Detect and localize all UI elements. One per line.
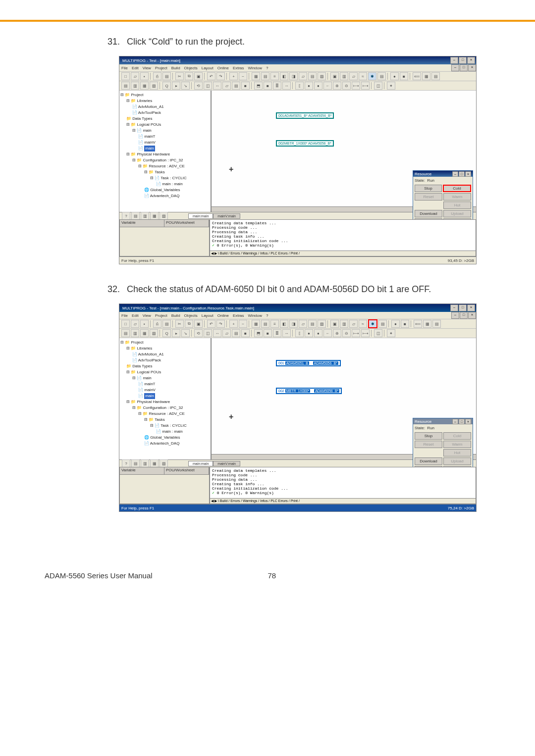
tb-open-icon[interactable]: ▱	[131, 72, 139, 80]
menu-file[interactable]: File	[121, 313, 128, 318]
console-tabs[interactable]: ◀ ▶ \ Build / Errors / Warnings / Infos …	[210, 251, 476, 256]
menu-window[interactable]: Window	[248, 66, 262, 70]
footer-left: ADAM-5560 Series User Manual	[45, 571, 153, 580]
window-title-2: MULTIPROG - Test - [main:main - Configur…	[120, 306, 450, 310]
minimize-button[interactable]: –	[450, 304, 458, 311]
step-32-number: 32.	[99, 284, 127, 295]
footer-page: 78	[268, 571, 276, 580]
toolbar-1-row1: □ ▱ ▪ ⎙ ▤ ✂ ⧉ ▣ ↶ ↷ + − ▦ ▤ ≡ ◧ ◨ ▱ ▤ ▧	[119, 72, 476, 81]
status-bar-1: For Help, press F1 93,45 D: >2GB	[119, 256, 476, 264]
doc-close[interactable]: ×	[468, 64, 476, 71]
tab-mainv[interactable]: mainV:main	[213, 213, 240, 219]
window-title-bar-2: MULTIPROG - Test - [main:main - Configur…	[119, 304, 476, 312]
doc-maximize[interactable]: □	[460, 64, 468, 71]
screenshot-1: MULTIPROG - Test - [main:main] – □ × Fil…	[119, 56, 477, 264]
variable-panel-2: Variable POU/Worksheet	[119, 467, 210, 504]
reset-button[interactable]: Reset	[415, 193, 442, 201]
close-button[interactable]: ×	[467, 57, 475, 64]
menu-edit[interactable]: Edit	[132, 66, 139, 70]
plus-cursor-icon: +	[229, 412, 233, 421]
plus-cursor-icon: +	[229, 165, 233, 174]
tree-selected-main[interactable]: main	[144, 146, 155, 151]
maximize-button[interactable]: □	[459, 304, 467, 311]
menu-bar-2: File Edit View Project Build Objects Lay…	[119, 312, 476, 319]
maximize-button[interactable]: □	[459, 57, 467, 64]
step-31-number: 31.	[99, 37, 127, 47]
tb-paste-icon[interactable]: ▣	[194, 72, 203, 80]
status-bar-2: For Help, press F1 75,24 D: >2GB	[119, 504, 476, 511]
tb-undo-icon[interactable]: ↶	[207, 72, 215, 80]
cold-button[interactable]: Cold	[443, 185, 471, 192]
toolbar-2-row2: ▤▥▦▧ Q▸↘ ⟲◫↔ ▱▤■ ⬒■≣↔ ⟦●●← ⊕⊖⟼⟼ ◫ ✦	[119, 329, 476, 338]
menu-help[interactable]: ?	[266, 313, 268, 318]
tb-redo-icon[interactable]: ↷	[216, 72, 225, 80]
menu-view[interactable]: View	[143, 66, 151, 70]
menu-bar-1: File Edit View Project Build Objects Lay…	[119, 64, 476, 72]
menu-objects[interactable]: Objects	[184, 66, 198, 70]
menu-window[interactable]: Window	[248, 313, 262, 318]
toolbar-2-row1: □▱▪ ⎙▤ ✂⧉▣ ↶↷ +− ▦▤≡ ◧◨▱ ▤▧ ▣▥▱≈ ✱ ▤ ●■ …	[119, 319, 476, 329]
menu-extras[interactable]: Extras	[233, 66, 244, 70]
menu-build[interactable]: Build	[171, 66, 180, 70]
warm-button[interactable]: Warm	[443, 193, 471, 201]
tb-print-icon[interactable]: ⎙	[153, 72, 161, 80]
build-output-1: Creating data templates ... Processing c…	[210, 219, 476, 256]
hot-button[interactable]: Hot	[443, 202, 471, 209]
menu-help[interactable]: ?	[266, 66, 268, 70]
tb-copy-icon[interactable]: ⧉	[185, 72, 193, 80]
window-title-bar-1: MULTIPROG - Test - [main:main] – □ ×	[119, 56, 476, 64]
menu-objects[interactable]: Objects	[184, 313, 198, 318]
tb-zoom-in-icon[interactable]: +	[229, 72, 238, 80]
step-32-text: Check the status of ADAM-6050 DI bit 0 a…	[127, 284, 431, 295]
tb-save-icon[interactable]: ▪	[140, 72, 149, 80]
menu-project[interactable]: Project	[155, 313, 167, 318]
menu-view[interactable]: View	[143, 313, 151, 318]
screenshot-2: MULTIPROG - Test - [main:main - Configur…	[119, 303, 477, 512]
minimize-button[interactable]: –	[450, 57, 458, 64]
menu-project[interactable]: Project	[155, 66, 167, 70]
menu-build[interactable]: Build	[171, 313, 180, 318]
tb-new-icon[interactable]: □	[121, 72, 130, 80]
tb-gear-icon[interactable]: ✱	[368, 72, 376, 80]
step-31-text: Click “Cold” to run the project.	[127, 37, 245, 47]
menu-online[interactable]: Online	[217, 66, 229, 70]
menu-file[interactable]: File	[121, 66, 128, 70]
toolbar-1-row2: ▤ ▥ ▦ ▧ Q ▸ ↘ ⟲ ◫ ↔ ▱ ▤ ■ ⬒ ■ ≣ ↔ ⟦ ● ● …	[119, 81, 476, 91]
stop-button[interactable]: Stop	[415, 185, 442, 192]
variable-panel-1: Variable POU/Worksheet	[119, 219, 210, 256]
page-footer: ADAM-5560 Series User Manual 78	[0, 547, 535, 590]
download-button[interactable]: Download	[415, 210, 442, 217]
close-button[interactable]: ×	[467, 304, 475, 311]
menu-layout[interactable]: Layout	[202, 313, 214, 318]
project-tree-2: ⊟ 📁 Project ⊟ 📁 Libraries 📄 AdvMotion_A1…	[119, 338, 212, 459]
menu-online[interactable]: Online	[217, 313, 229, 318]
upload-button[interactable]: Upload	[443, 210, 471, 217]
tb-zoom-out-icon[interactable]: −	[239, 72, 247, 80]
online-debug-icon[interactable]: ✱	[368, 319, 377, 328]
build-output-2: Creating data templates ... Processing c…	[210, 467, 476, 504]
menu-edit[interactable]: Edit	[132, 313, 139, 318]
doc-minimize[interactable]: –	[451, 64, 459, 71]
menu-extras[interactable]: Extras	[233, 313, 244, 318]
tb-preview-icon[interactable]: ▤	[162, 72, 171, 80]
tab-main[interactable]: main:main	[188, 213, 213, 219]
project-tree-1: ⊟ 📁 Project ⊟ 📁 Libraries 📄 AdvMotion_A1…	[119, 91, 212, 212]
window-title-1: MULTIPROG - Test - [main:main]	[120, 58, 450, 63]
tb-cut-icon[interactable]: ✂	[175, 72, 184, 80]
menu-layout[interactable]: Layout	[202, 66, 214, 70]
